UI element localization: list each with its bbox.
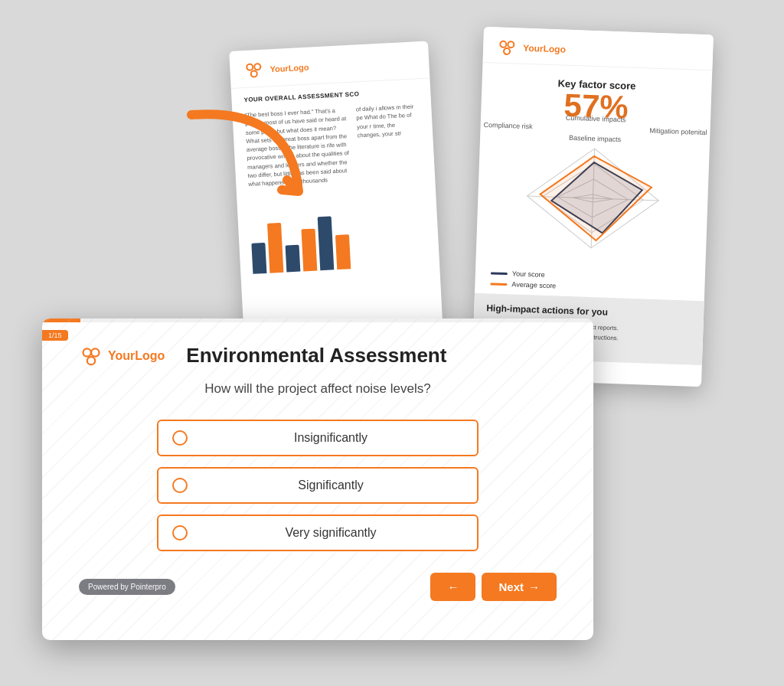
chart-bar — [267, 223, 283, 273]
left-card-logo-icon — [242, 60, 266, 80]
quiz-logo-icon — [79, 345, 103, 367]
next-button-arrow: → — [528, 580, 540, 593]
option-2[interactable]: Significantly — [157, 467, 479, 504]
next-button-label: Next — [498, 580, 524, 593]
chart-bar — [301, 229, 317, 272]
legend-your-score-label: Your score — [512, 270, 545, 278]
options-list: Insignificantly Significantly Very signi… — [157, 420, 479, 551]
next-button[interactable]: Next → — [482, 573, 557, 601]
option-2-radio — [172, 478, 188, 493]
option-1[interactable]: Insignificantly — [157, 420, 479, 456]
option-1-radio — [172, 430, 188, 446]
left-card-logo-text: YourLogo — [270, 63, 309, 74]
option-1-label: Insignificantly — [198, 431, 463, 445]
logo-mark: YourLogo — [79, 345, 165, 367]
quiz-title: Environmental Assessment — [186, 344, 446, 368]
option-2-label: Significantly — [198, 479, 463, 492]
svg-point-23 — [84, 349, 90, 355]
legend-avg-score-line — [490, 283, 507, 286]
chart-bar — [251, 243, 266, 274]
powered-by-label: Powered by Pointerpro — [79, 579, 175, 595]
radar-label-left: Compliance risk — [483, 121, 532, 130]
quiz-logo-text: YourLogo — [108, 349, 165, 363]
nav-buttons: ← Next → — [430, 573, 557, 601]
quiz-inner: 1/15 YourLogo Environmental Assessment — [42, 322, 593, 619]
legend-avg-score-label: Average score — [511, 280, 556, 289]
quiz-header-row: YourLogo Environmental Assessment — [79, 344, 557, 368]
chart-bar — [318, 217, 335, 271]
option-3-radio — [172, 525, 188, 541]
step-badge: 1/15 — [42, 330, 68, 341]
option-3[interactable]: Very significantly — [157, 514, 479, 551]
radar-svg — [488, 129, 697, 266]
quiz-footer: Powered by Pointerpro ← Next → — [79, 573, 557, 601]
legend-your-score-line — [491, 272, 508, 275]
chart-bar — [286, 245, 301, 273]
option-3-label: Very significantly — [198, 526, 463, 540]
right-card-logo-icon — [495, 38, 519, 57]
quiz-question: How will the project affect noise levels… — [79, 381, 557, 397]
svg-point-25 — [88, 358, 94, 364]
chart-bar — [335, 234, 351, 270]
svg-marker-19 — [539, 155, 653, 243]
svg-point-24 — [92, 349, 98, 355]
left-card-body-col2: of daily i allows m their pe What do The… — [356, 102, 423, 182]
arrow-graphic — [168, 100, 322, 222]
quiz-card: 1/15 YourLogo Environmental Assessment — [42, 318, 593, 640]
scene: YourLogo YOUR OVERALL ASSESSMENT SCO "Th… — [0, 0, 784, 686]
radar-chart: Baseline impacts Compliance risk Mitigat… — [475, 125, 710, 270]
prev-button[interactable]: ← — [430, 573, 475, 601]
right-card-logo-text: YourLogo — [523, 43, 566, 55]
